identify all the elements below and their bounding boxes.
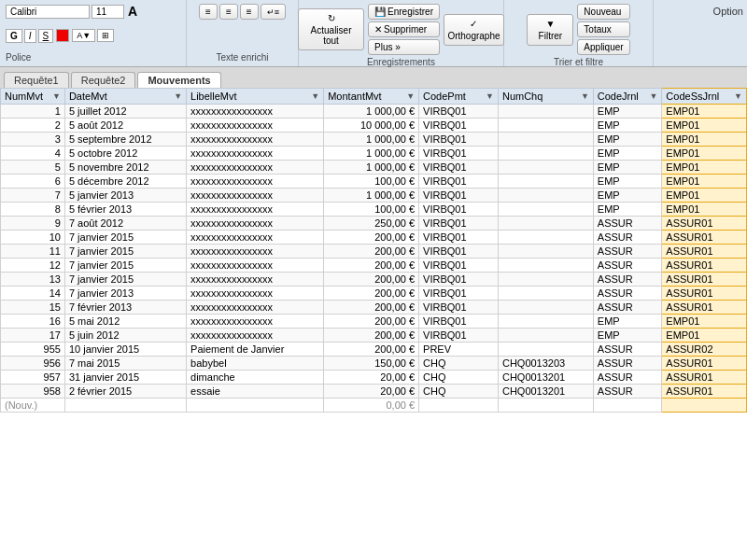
cell-codeJrnl: EMP bbox=[593, 147, 662, 161]
table-row: 6 5 décembre 2012 xxxxxxxxxxxxxxxx 100,0… bbox=[1, 175, 747, 189]
cell-codePmt: VIRBQ01 bbox=[419, 231, 499, 245]
libelleMvt-filter-arrow[interactable]: ▼ bbox=[311, 91, 319, 101]
cell-numChq: CHQ0013203 bbox=[498, 357, 593, 371]
cell-numChq bbox=[498, 273, 593, 287]
cell-montant: 200,00 € bbox=[324, 245, 419, 259]
cell-codePmt: VIRBQ01 bbox=[419, 133, 499, 147]
cell-libelle: xxxxxxxxxxxxxxxx bbox=[187, 231, 324, 245]
police-label: Police bbox=[6, 52, 31, 63]
cell-codeJrnl: EMP bbox=[593, 315, 662, 329]
align-right-button[interactable]: ≡ bbox=[240, 4, 259, 20]
appliquer-button[interactable]: Appliquer bbox=[577, 39, 629, 55]
align-center-button[interactable]: ≡ bbox=[219, 4, 238, 20]
cell-new-montant: 0,00 € bbox=[324, 399, 419, 413]
underline-button[interactable]: S bbox=[38, 29, 54, 43]
cell-num: 16 bbox=[1, 315, 65, 329]
codePmt-filter-arrow[interactable]: ▼ bbox=[486, 91, 494, 101]
cell-libelle: xxxxxxxxxxxxxxxx bbox=[187, 273, 324, 287]
cell-new-codeJrnl bbox=[593, 399, 662, 413]
col-header-dateMvt[interactable]: DateMvt ▼ bbox=[64, 89, 186, 105]
cell-date: 5 juillet 2012 bbox=[64, 105, 186, 119]
plus-button[interactable]: Plus » bbox=[368, 39, 440, 55]
cell-libelle: xxxxxxxxxxxxxxxx bbox=[187, 119, 324, 133]
col-header-codePmt[interactable]: CodePmt ▼ bbox=[419, 89, 499, 105]
cell-codeSsJrnl: ASSUR01 bbox=[662, 273, 747, 287]
supprimer-button[interactable]: ✕ Supprimer bbox=[368, 21, 440, 37]
totaux-button[interactable]: Totaux bbox=[577, 21, 629, 37]
table-row: 16 5 mai 2012 xxxxxxxxxxxxxxxx 200,00 € … bbox=[1, 315, 747, 329]
numMvt-filter-arrow[interactable]: ▼ bbox=[52, 91, 61, 101]
cell-numChq bbox=[498, 119, 593, 133]
ribbon-texte-section: ≡ ≡ ≡ ↵≡ Texte enrichi bbox=[187, 0, 299, 66]
table-row: 9 7 août 2012 xxxxxxxxxxxxxxxx 250,00 € … bbox=[1, 217, 747, 231]
col-header-numMvt[interactable]: NumMvt ▼ bbox=[1, 89, 65, 105]
dateMvt-filter-arrow[interactable]: ▼ bbox=[174, 91, 182, 101]
grid-button[interactable]: ⊞ bbox=[97, 29, 114, 42]
cell-numChq bbox=[498, 231, 593, 245]
cell-numChq bbox=[498, 161, 593, 175]
nouveau-button[interactable]: Nouveau bbox=[577, 4, 629, 20]
montantMvt-filter-arrow[interactable]: ▼ bbox=[406, 91, 415, 101]
table-row: 7 5 janvier 2013 xxxxxxxxxxxxxxxx 1 000,… bbox=[1, 189, 747, 203]
cell-numChq bbox=[498, 175, 593, 189]
codeJrnl-filter-arrow[interactable]: ▼ bbox=[649, 91, 657, 101]
table-header-row: NumMvt ▼ DateMvt ▼ LibelleMvt ▼ bbox=[1, 89, 747, 105]
wrap-text-button[interactable]: ↵≡ bbox=[261, 4, 286, 20]
cell-num: 12 bbox=[1, 259, 65, 273]
cell-num: 955 bbox=[1, 343, 65, 357]
codeSsJrnl-filter-arrow[interactable]: ▼ bbox=[734, 91, 742, 101]
filtrer-button[interactable]: ▼ Filtrer bbox=[527, 14, 573, 46]
table-row: 4 5 octobre 2012 xxxxxxxxxxxxxxxx 1 000,… bbox=[1, 147, 747, 161]
numChq-filter-arrow[interactable]: ▼ bbox=[581, 91, 589, 101]
cell-num: 14 bbox=[1, 287, 65, 301]
cell-codePmt: VIRBQ01 bbox=[419, 245, 499, 259]
cell-codeSsJrnl: EMP01 bbox=[662, 189, 747, 203]
tab-requete2[interactable]: Requête2 bbox=[71, 72, 136, 88]
cell-numChq: CHQ0013201 bbox=[498, 371, 593, 385]
cell-num: 13 bbox=[1, 273, 65, 287]
col-header-codeJrnl[interactable]: CodeJrnl ▼ bbox=[593, 89, 662, 105]
cell-libelle: xxxxxxxxxxxxxxxx bbox=[187, 189, 324, 203]
enregistrer-button[interactable]: 💾 Enregistrer bbox=[368, 4, 440, 20]
cell-num: 10 bbox=[1, 231, 65, 245]
cell-codePmt: VIRBQ01 bbox=[419, 259, 499, 273]
bold-button[interactable]: G bbox=[6, 29, 22, 43]
tab-mouvements[interactable]: Mouvements bbox=[137, 72, 220, 88]
tab-requete1[interactable]: Requête1 bbox=[4, 72, 69, 88]
cell-codeSsJrnl: ASSUR01 bbox=[662, 385, 747, 399]
cell-codePmt: VIRBQ01 bbox=[419, 273, 499, 287]
col-header-codeSsJrnl[interactable]: CodeSsJrnl ▼ bbox=[662, 89, 747, 105]
data-table-container: NumMvt ▼ DateMvt ▼ LibelleMvt ▼ bbox=[0, 88, 747, 560]
actualiser-button[interactable]: ↻ Actualiser tout bbox=[298, 8, 364, 50]
cell-montant: 100,00 € bbox=[324, 175, 419, 189]
col-header-numChq[interactable]: NumChq ▼ bbox=[498, 89, 593, 105]
orthographe-button[interactable]: ✓ Orthographe bbox=[444, 14, 504, 46]
cell-codePmt: CHQ bbox=[419, 371, 499, 385]
cell-new-libelle bbox=[187, 399, 324, 413]
col-header-libelleMvt[interactable]: LibelleMvt ▼ bbox=[187, 89, 324, 105]
cell-codeSsJrnl: ASSUR01 bbox=[662, 245, 747, 259]
table-row: 13 7 janvier 2015 xxxxxxxxxxxxxxxx 200,0… bbox=[1, 273, 747, 287]
font-size-input[interactable] bbox=[92, 5, 124, 19]
cell-montant: 200,00 € bbox=[324, 231, 419, 245]
cell-new-codePmt bbox=[419, 399, 499, 413]
cell-num: 957 bbox=[1, 371, 65, 385]
cell-codePmt: VIRBQ01 bbox=[419, 161, 499, 175]
cell-numChq bbox=[498, 133, 593, 147]
cell-codePmt: VIRBQ01 bbox=[419, 217, 499, 231]
cell-libelle: xxxxxxxxxxxxxxxx bbox=[187, 161, 324, 175]
cell-numChq: CHQ0013201 bbox=[498, 385, 593, 399]
cell-codeJrnl: ASSUR bbox=[593, 217, 662, 231]
cell-codeSsJrnl: ASSUR01 bbox=[662, 301, 747, 315]
font-name-input[interactable] bbox=[6, 5, 90, 19]
cell-date: 7 janvier 2015 bbox=[64, 273, 186, 287]
cell-codeJrnl: ASSUR bbox=[593, 385, 662, 399]
italic-button[interactable]: I bbox=[24, 29, 36, 43]
col-header-montantMvt[interactable]: MontantMvt ▼ bbox=[324, 89, 419, 105]
cell-date: 7 janvier 2013 bbox=[64, 287, 186, 301]
cell-codeSsJrnl: EMP01 bbox=[662, 315, 747, 329]
highlight-button[interactable]: A▼ bbox=[72, 29, 95, 42]
align-left-button[interactable]: ≡ bbox=[199, 4, 218, 20]
cell-montant: 1 000,00 € bbox=[324, 161, 419, 175]
cell-codeJrnl: EMP bbox=[593, 161, 662, 175]
